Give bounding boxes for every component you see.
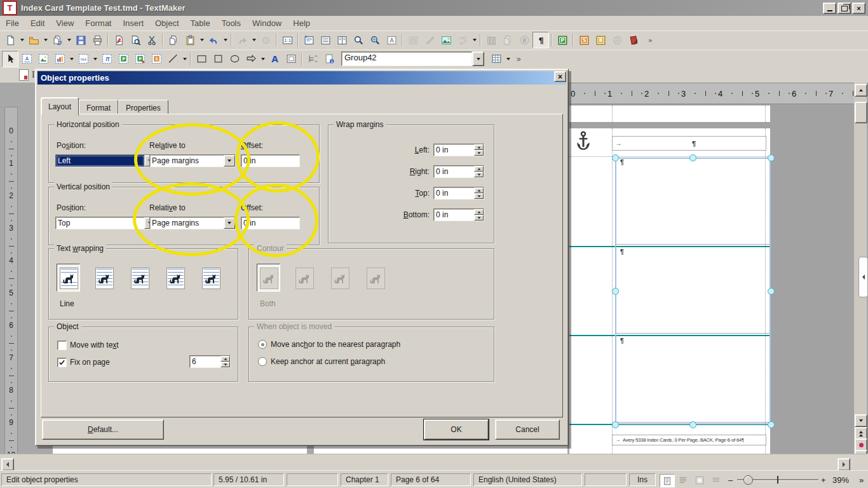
draw-ellipse-button[interactable]: [226, 51, 243, 67]
select-pointer-button[interactable]: [2, 51, 18, 67]
wrap-through-option[interactable]: [166, 268, 185, 289]
insert-text-art-button[interactable]: A: [266, 51, 283, 67]
v-position-select[interactable]: Top: [55, 217, 156, 229]
menu-file[interactable]: File: [0, 17, 25, 29]
spin-down-button[interactable]: [474, 172, 484, 177]
menu-insert[interactable]: Insert: [117, 17, 149, 29]
selection-handle[interactable]: [768, 421, 775, 428]
insert-paragraph-frame-button[interactable]: P: [115, 51, 132, 67]
minimize-button[interactable]: [823, 3, 836, 14]
h-position-select[interactable]: Left: [55, 154, 156, 167]
selection-handle[interactable]: [612, 421, 619, 428]
menu-table[interactable]: Table: [185, 17, 216, 29]
insert-ole-frame-button[interactable]: OLE: [75, 51, 92, 67]
ok-button[interactable]: OK: [424, 419, 489, 440]
selection-handle[interactable]: [612, 154, 619, 161]
object-name-value[interactable]: Group42: [341, 51, 472, 66]
save-button[interactable]: [72, 32, 89, 48]
open-file-dropdown[interactable]: [42, 32, 49, 48]
view-normal-icon[interactable]: [660, 474, 675, 487]
sidebar-styles-button[interactable]: S: [576, 32, 592, 48]
tab-layout[interactable]: Layout: [41, 97, 79, 116]
spin-up-button[interactable]: [474, 166, 484, 172]
selection-handle[interactable]: [612, 288, 619, 295]
menu-object[interactable]: Object: [149, 17, 185, 29]
copy-button[interactable]: [165, 32, 182, 48]
object-info-button[interactable]: i: [321, 51, 337, 67]
insert-text-frame-button[interactable]: A: [18, 51, 35, 67]
wrap-bottom-spinner[interactable]: [474, 209, 484, 220]
object-name-combobox[interactable]: Group42: [341, 51, 484, 66]
quick-open-button[interactable]: [49, 32, 65, 48]
v-offset-input[interactable]: 0 in: [241, 217, 300, 229]
selection-handle[interactable]: [768, 288, 775, 295]
previous-page-button[interactable]: [855, 427, 867, 440]
insert-chart-frame-button[interactable]: [51, 51, 68, 67]
wrap-left-option[interactable]: [131, 268, 149, 289]
wrap-top-bottom-option[interactable]: [202, 268, 220, 289]
statusbar-overflow[interactable]: »: [859, 475, 864, 485]
fix-on-page-checkbox[interactable]: [57, 358, 67, 367]
sidebar-bookmarks-button[interactable]: B: [592, 32, 609, 48]
spin-down-button[interactable]: [220, 362, 230, 367]
selection-handle[interactable]: [768, 154, 775, 161]
insert-style-frame-button[interactable]: S: [148, 51, 165, 67]
header-frame[interactable]: → ¶: [612, 136, 766, 151]
h-offset-input[interactable]: 0 in: [241, 154, 300, 167]
fix-on-page-number-input[interactable]: 6: [189, 355, 231, 368]
menu-format[interactable]: Format: [79, 17, 117, 29]
browse-object-button[interactable]: [855, 438, 867, 451]
insert-mode[interactable]: Ins: [629, 473, 656, 486]
spin-up-button[interactable]: [474, 187, 484, 193]
table-grid-dropdown[interactable]: [505, 51, 512, 67]
v-relative-select[interactable]: Page margins: [149, 217, 236, 229]
quick-open-dropdown[interactable]: [65, 32, 72, 48]
frame-properties-button[interactable]: [283, 51, 299, 67]
insert-image-frame-button[interactable]: [35, 51, 51, 67]
zoom-original-button[interactable]: 1:1: [279, 32, 295, 48]
view-standard-button[interactable]: [301, 32, 317, 48]
dropdown-button[interactable]: [224, 217, 235, 229]
cancel-button[interactable]: Cancel: [495, 419, 560, 440]
menu-tools[interactable]: Tools: [216, 17, 247, 29]
draw-autoshape-dropdown[interactable]: [259, 51, 266, 67]
paste-dropdown[interactable]: [198, 32, 205, 48]
zoom-in-button[interactable]: [350, 32, 367, 48]
sidebar-collapse-grip[interactable]: [858, 257, 868, 297]
menu-edit[interactable]: Edit: [25, 17, 50, 29]
wrap-none-option[interactable]: [60, 268, 78, 289]
object-order-button[interactable]: [304, 51, 321, 67]
zoom-in-button[interactable]: +: [821, 475, 826, 485]
spin-down-button[interactable]: [474, 193, 484, 199]
page-number-spinner[interactable]: [220, 356, 230, 367]
wrap-bottom-input[interactable]: 0 in: [433, 208, 484, 221]
insert-paragraph-frame-alt-button[interactable]: P: [132, 51, 148, 67]
undo-dropdown[interactable]: [222, 32, 229, 48]
scroll-left-button[interactable]: [1, 458, 14, 471]
scroll-up-button[interactable]: [855, 84, 867, 97]
spin-up-button[interactable]: [474, 144, 484, 150]
zoom-slider-thumb[interactable]: [743, 475, 753, 485]
toolbar-overflow-chevron[interactable]: »: [517, 55, 521, 64]
menu-help[interactable]: Help: [287, 17, 316, 29]
insert-ole-frame-dropdown[interactable]: [92, 51, 98, 67]
undo-button[interactable]: [205, 32, 222, 48]
spin-down-button[interactable]: [474, 215, 484, 220]
insert-chart-frame-dropdown[interactable]: [68, 51, 75, 67]
wrap-left-spinner[interactable]: [474, 144, 484, 156]
selection-handle[interactable]: [689, 421, 696, 428]
draw-square-button[interactable]: [210, 51, 226, 67]
view-columns-button[interactable]: [334, 32, 350, 48]
insert-formula-button[interactable]: π: [98, 51, 115, 67]
wrap-top-spinner[interactable]: [474, 187, 484, 199]
script-editor-button[interactable]: [625, 32, 642, 48]
zoom-out-button[interactable]: –: [728, 475, 733, 485]
restore-button[interactable]: [837, 3, 851, 14]
paste-button[interactable]: [182, 32, 198, 48]
insert-image-button[interactable]: [438, 32, 454, 48]
wrap-square-option[interactable]: [95, 268, 114, 289]
spin-up-button[interactable]: [474, 209, 484, 215]
toolbar-overflow-button[interactable]: »: [642, 32, 658, 48]
close-button[interactable]: ×: [852, 3, 865, 14]
dropdown-button[interactable]: [224, 155, 235, 166]
